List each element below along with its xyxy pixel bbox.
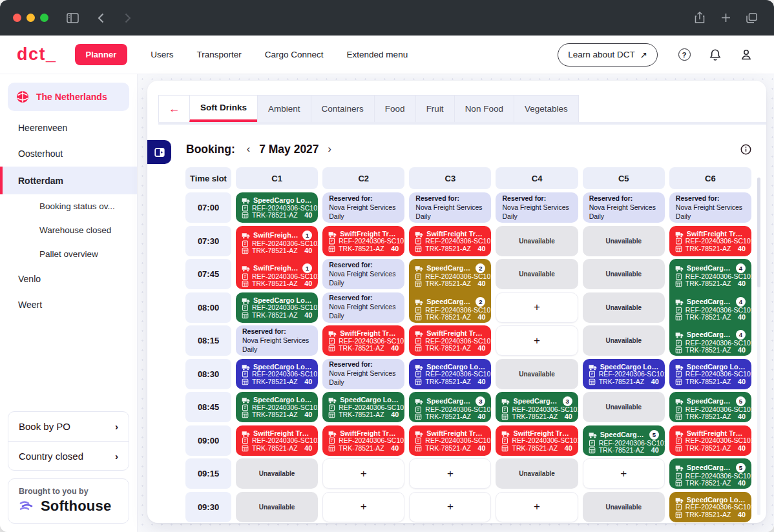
booking-card[interactable]: SpeedCargo Logistics5REF-20240306-SC101T…: [583, 425, 665, 456]
booking-entry: SpeedCargo Logistics5REF-20240306-SC101T…: [669, 458, 751, 489]
add-booking-slot[interactable]: +: [322, 492, 404, 522]
notifications-button[interactable]: [704, 44, 726, 66]
nav-item-planner[interactable]: Planner: [75, 44, 128, 65]
booking-card[interactable]: SwiftFreight TransportationREF-20240306-…: [409, 325, 491, 356]
booking-card[interactable]: SpeedCargo Logistics3REF-20240306-SC101T…: [409, 392, 491, 422]
forward-icon[interactable]: [118, 8, 138, 28]
country-closed-button[interactable]: Country closed ›: [8, 441, 129, 470]
booking-card[interactable]: SpeedCargo Logistics4REF-20240306-SC101T…: [669, 259, 751, 356]
booking-company-line: SpeedCargo Logistics5: [675, 463, 746, 473]
reference-number: REF-20240306-SC101: [339, 338, 404, 345]
booking-reference-line: REF-20240306-SC101: [415, 437, 485, 444]
reserved-slot: Reserved for:Nova Freight ServicesDaily: [409, 192, 491, 223]
book-by-po-button[interactable]: Book by PO ›: [8, 412, 129, 441]
tab-containers[interactable]: Containers: [311, 95, 375, 122]
pallet-count: 40: [738, 378, 746, 385]
new-tab-icon[interactable]: [716, 8, 735, 28]
sidebar-item-rotterdam[interactable]: Rotterdam: [0, 167, 137, 194]
pallet-count: 40: [304, 280, 312, 287]
nav-item-cargo-connect[interactable]: Cargo Connect: [265, 50, 324, 59]
add-booking-slot[interactable]: +: [496, 325, 578, 356]
sidebar-item-oosterhout[interactable]: Oosterhout: [0, 141, 137, 167]
booking-card[interactable]: SpeedCargo Logistics3REF-20240306-SC101T…: [496, 392, 578, 422]
add-booking-slot[interactable]: +: [409, 492, 491, 522]
booking-card[interactable]: SwiftFreight TransportationREF-20240306-…: [669, 425, 751, 456]
tab-vegetables[interactable]: Vegetables: [514, 95, 579, 122]
booking-card[interactable]: SwiftFreight TransportationREF-20240306-…: [322, 425, 404, 456]
chevron-right-icon: ›: [115, 451, 118, 462]
tab-ambient[interactable]: Ambient: [257, 95, 311, 122]
add-booking-slot[interactable]: +: [496, 492, 578, 522]
account-button[interactable]: [735, 44, 757, 66]
scrollbar[interactable]: [757, 178, 760, 515]
unavailable-slot: Unavailable: [496, 259, 578, 289]
truck-icon: [675, 265, 684, 272]
reference-number: REF-20240306-SC101: [599, 371, 665, 378]
tab-non-food[interactable]: Non Food: [454, 95, 514, 122]
reserved-slot: Reserved for:Nova Freight ServicesDaily: [322, 192, 404, 223]
sidebar-item-venlo[interactable]: Venlo: [0, 266, 137, 292]
sidebar-item-heerenveen[interactable]: Heerenveen: [0, 115, 137, 141]
booking-card[interactable]: SpeedCargo LogisticsREF-20240306-SC101TR…: [409, 359, 491, 389]
booking-card[interactable]: SpeedCargo LogisticsREF-20240306-SC101TR…: [669, 359, 751, 389]
close-window-button[interactable]: [13, 14, 21, 22]
booking-truck-line: TRK-78521-AZ40: [328, 445, 399, 452]
minimize-window-button[interactable]: [26, 14, 35, 22]
tab-overview-icon[interactable]: [742, 8, 761, 28]
booking-card[interactable]: SwiftFreight TransportationREF-20240306-…: [409, 226, 491, 256]
previous-day-button[interactable]: ‹: [243, 142, 254, 156]
booking-card[interactable]: SpeedCargo Logistics5REF-20240306-SC101T…: [669, 392, 751, 422]
add-booking-slot[interactable]: +: [409, 458, 491, 489]
pallet-icon: [589, 447, 596, 454]
next-day-button[interactable]: ›: [324, 142, 335, 156]
booking-card[interactable]: SpeedCargo LogisticsREF-20240306-SC101TR…: [669, 492, 751, 522]
booking-card[interactable]: SpeedCargo LogisticsREF-20240306-SC101TR…: [236, 359, 318, 389]
nav-item-users[interactable]: Users: [151, 50, 173, 59]
booking-card[interactable]: SwiftFreight Transportation1REF-20240306…: [236, 226, 318, 290]
info-button[interactable]: [740, 144, 751, 155]
sidebar-toggle-icon[interactable]: [63, 8, 82, 28]
booking-company-line: SpeedCargo Logistics: [675, 496, 746, 504]
reference-number: REF-20240306-SC101: [425, 437, 491, 444]
reference-doc-icon: [675, 307, 682, 314]
booking-card[interactable]: SwiftFreight TransportationREF-20240306-…: [322, 226, 404, 256]
sidebar-item-warehouse-closed[interactable]: Warehouse closed: [0, 218, 137, 242]
booking-card[interactable]: SwiftFreight TransportationREF-20240306-…: [409, 425, 491, 456]
add-booking-slot[interactable]: +: [322, 458, 404, 489]
tab-soft-drinks[interactable]: Soft Drinks: [189, 95, 258, 122]
tab-fruit[interactable]: Fruit: [415, 95, 455, 122]
booking-card[interactable]: SpeedCargo LogisticsREF-20240306-SC101TR…: [236, 292, 318, 323]
help-button[interactable]: ?: [673, 44, 695, 66]
booking-card[interactable]: SpeedCargo Logistics5REF-20240306-SC101T…: [669, 458, 751, 489]
sidebar-item-weert[interactable]: Weert: [0, 292, 137, 318]
tab-food[interactable]: Food: [374, 95, 416, 122]
learn-about-dct-button[interactable]: Learn about DCT ↗: [558, 43, 658, 66]
scrollbar-thumb[interactable]: [757, 178, 760, 287]
add-booking-slot[interactable]: +: [583, 458, 665, 489]
zoom-window-button[interactable]: [40, 14, 48, 22]
booking-card[interactable]: SpeedCargo LogisticsREF-20240306-SC101TR…: [236, 192, 318, 223]
sidebar-item-pallet-overview[interactable]: Pallet overview: [0, 242, 137, 266]
truck-number: TRK-78521-AZ: [685, 480, 731, 487]
nav-item-extended-menu[interactable]: Extended menu: [347, 50, 408, 59]
add-booking-slot[interactable]: +: [496, 292, 578, 323]
booking-card[interactable]: SwiftFreight TransportationREF-20240306-…: [322, 325, 404, 356]
booking-card[interactable]: SpeedCargo LogisticsREF-20240306-SC101TR…: [322, 392, 404, 422]
collapse-panel-button[interactable]: [147, 140, 171, 164]
share-icon[interactable]: [690, 8, 709, 28]
tabs-back-button[interactable]: ←: [158, 95, 190, 122]
booking-card[interactable]: SpeedCargo LogisticsREF-20240306-SC101TR…: [583, 359, 665, 389]
pallet-count: 40: [391, 345, 399, 352]
booking-card[interactable]: SpeedCargo LogisticsREF-20240306-SC101TR…: [236, 392, 318, 422]
sidebar-item-booking-status-ov[interactable]: Booking status ov...: [0, 194, 137, 218]
reserved-slot: Reserved for:Nova Freight ServicesDaily: [322, 359, 404, 389]
truck-number: TRK-78521-AZ: [685, 378, 731, 385]
booking-card[interactable]: SwiftFreight TransportationREF-20240306-…: [236, 425, 318, 456]
sidebar-item-country[interactable]: The Netherlands: [8, 83, 129, 111]
back-icon[interactable]: [91, 8, 110, 28]
booking-card[interactable]: SpeedCargo Logistics2REF-20240306-SC101T…: [409, 259, 491, 323]
booking-card[interactable]: SwiftFreight TransportationREF-20240306-…: [496, 425, 578, 456]
nav-item-transporter[interactable]: Transporter: [196, 50, 241, 59]
bell-icon: [709, 48, 721, 61]
booking-card[interactable]: SwiftFreight TransportationREF-20240306-…: [669, 226, 751, 256]
